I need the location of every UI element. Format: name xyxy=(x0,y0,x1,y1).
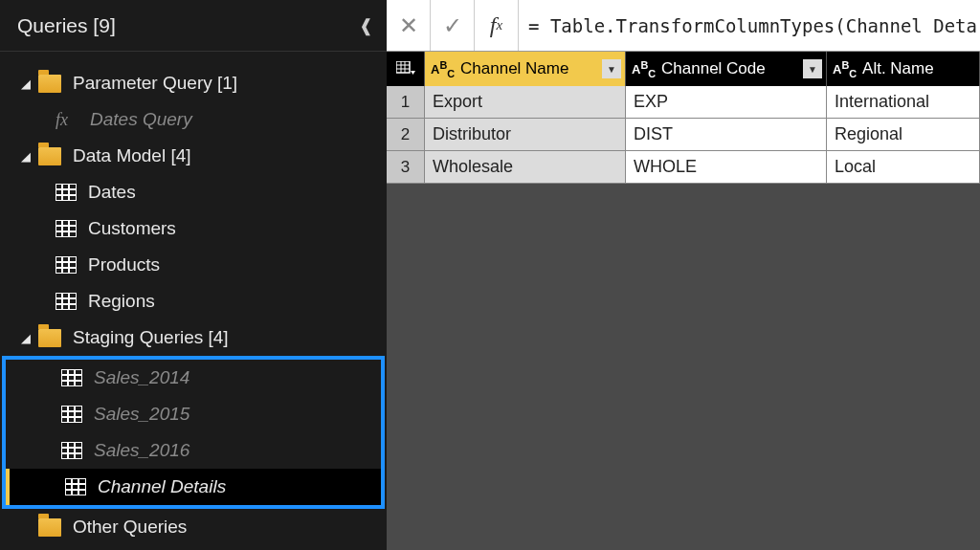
table-row[interactable]: 2 Distributor DIST Regional xyxy=(387,119,980,151)
query-label: Dates Query xyxy=(90,109,192,130)
table-icon xyxy=(56,184,77,201)
svg-rect-0 xyxy=(56,184,77,201)
text-type-icon: ABC xyxy=(632,59,656,79)
queries-tree: ◢ Parameter Query [1] fx Dates Query ◢ D… xyxy=(0,52,387,545)
cell[interactable]: International xyxy=(827,86,980,118)
folder-staging-queries[interactable]: ◢ Staging Queries [4] xyxy=(0,319,387,356)
caret-icon: ◢ xyxy=(21,331,38,345)
cell[interactable]: Local xyxy=(827,151,980,183)
svg-rect-25 xyxy=(61,406,82,423)
query-dates[interactable]: Dates xyxy=(0,174,387,210)
cell[interactable]: Regional xyxy=(827,119,980,150)
column-label: Alt. Name xyxy=(862,59,934,78)
caret-icon: ◢ xyxy=(21,77,38,91)
query-customers[interactable]: Customers xyxy=(0,210,387,247)
query-label: Channel Details xyxy=(98,476,226,497)
cell[interactable]: WHOLE xyxy=(626,151,827,183)
grid-header-row: ABC Channel Name ▼ ABC Channel Code ▼ AB… xyxy=(387,52,980,86)
column-filter-icon[interactable]: ▼ xyxy=(602,59,621,78)
text-type-icon: ABC xyxy=(431,59,455,79)
data-grid: ABC Channel Name ▼ ABC Channel Code ▼ AB… xyxy=(387,52,980,184)
table-icon xyxy=(56,293,77,310)
table-row[interactable]: 3 Wholesale WHOLE Local xyxy=(387,151,980,184)
cell[interactable]: DIST xyxy=(626,119,827,150)
query-label: Sales_2016 xyxy=(94,440,189,461)
query-dates-query[interactable]: fx Dates Query xyxy=(0,101,387,138)
svg-rect-20 xyxy=(61,369,82,386)
column-filter-icon[interactable]: ▼ xyxy=(803,59,822,78)
folder-icon xyxy=(38,518,61,537)
column-header-alt-name[interactable]: ABC Alt. Name xyxy=(827,52,980,86)
svg-rect-30 xyxy=(61,442,82,459)
folder-icon xyxy=(38,75,61,93)
cell[interactable]: EXP xyxy=(626,86,827,118)
queries-sidebar: Queries [9] ❰ ◢ Parameter Query [1] fx D… xyxy=(0,0,387,550)
main-area: ✕ ✓ fx = Table.TransformColumnTypes(Chan… xyxy=(387,0,980,550)
table-icon xyxy=(61,442,82,459)
row-number: 1 xyxy=(387,86,425,118)
table-icon xyxy=(56,256,77,274)
column-label: Channel Code xyxy=(661,59,766,78)
row-number: 3 xyxy=(387,151,425,183)
query-label: Sales_2015 xyxy=(94,404,189,425)
fx-icon: fx xyxy=(56,110,78,130)
folder-label: Data Model [4] xyxy=(73,145,191,166)
svg-marker-45 xyxy=(411,71,415,75)
svg-rect-5 xyxy=(56,220,77,237)
table-row[interactable]: 1 Export EXP International xyxy=(387,86,980,119)
cell[interactable]: Export xyxy=(425,86,626,118)
sidebar-header: Queries [9] ❰ xyxy=(0,0,387,52)
cell[interactable]: Wholesale xyxy=(425,151,626,183)
collapse-sidebar-icon[interactable]: ❰ xyxy=(359,15,373,36)
svg-rect-15 xyxy=(56,293,77,310)
cell[interactable]: Distributor xyxy=(425,119,626,150)
commit-formula-button[interactable]: ✓ xyxy=(431,0,475,51)
text-type-icon: ABC xyxy=(833,59,857,79)
formula-input[interactable]: = Table.TransformColumnTypes(Channel_Det… xyxy=(519,15,980,36)
query-label: Products xyxy=(88,254,160,275)
table-icon xyxy=(65,478,86,495)
highlight-box: Sales_2014 Sales_2015 Sales_2016 Channel… xyxy=(2,356,385,509)
table-icon xyxy=(56,220,77,237)
svg-rect-10 xyxy=(56,256,77,274)
query-label: Dates xyxy=(88,182,136,203)
column-header-channel-name[interactable]: ABC Channel Name ▼ xyxy=(425,52,626,86)
query-channel-details[interactable]: Channel Details xyxy=(6,469,381,505)
row-number: 2 xyxy=(387,119,425,150)
folder-label: Staging Queries [4] xyxy=(73,327,229,348)
query-sales-2015[interactable]: Sales_2015 xyxy=(6,396,381,432)
folder-data-model[interactable]: ◢ Data Model [4] xyxy=(0,138,387,174)
svg-rect-40 xyxy=(396,61,410,73)
cancel-formula-button[interactable]: ✕ xyxy=(387,0,431,51)
query-regions[interactable]: Regions xyxy=(0,283,387,319)
folder-parameter-query[interactable]: ◢ Parameter Query [1] xyxy=(0,65,387,101)
query-sales-2014[interactable]: Sales_2014 xyxy=(6,360,381,396)
query-label: Customers xyxy=(88,218,176,239)
table-icon xyxy=(61,406,82,423)
table-icon xyxy=(61,369,82,386)
sidebar-title: Queries [9] xyxy=(17,14,116,37)
svg-rect-35 xyxy=(65,478,86,495)
formula-bar: ✕ ✓ fx = Table.TransformColumnTypes(Chan… xyxy=(387,0,980,52)
query-label: Sales_2014 xyxy=(94,367,189,388)
folder-label: Other Queries xyxy=(73,517,187,538)
table-menu-button[interactable] xyxy=(387,52,425,86)
caret-icon: ◢ xyxy=(21,149,38,164)
query-label: Regions xyxy=(88,291,155,312)
folder-icon xyxy=(38,147,61,165)
folder-label: Parameter Query [1] xyxy=(73,73,237,94)
column-header-channel-code[interactable]: ABC Channel Code ▼ xyxy=(626,52,827,86)
fx-icon[interactable]: fx xyxy=(475,0,519,51)
query-products[interactable]: Products xyxy=(0,247,387,283)
column-label: Channel Name xyxy=(460,59,568,78)
query-sales-2016[interactable]: Sales_2016 xyxy=(6,432,381,469)
folder-other-queries[interactable]: ◢ Other Queries xyxy=(0,509,387,545)
folder-icon xyxy=(38,329,61,347)
